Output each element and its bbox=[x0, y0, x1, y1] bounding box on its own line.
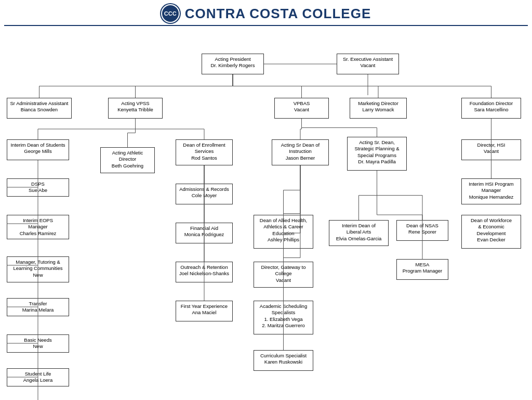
mesa-program: MESAProgram Manager bbox=[396, 259, 448, 280]
acting-sr-dean-strategic: Acting Sr. Dean,Strategic Planning &Spec… bbox=[347, 137, 407, 171]
dean-allied-health: Dean of Allied Health,Athletics & Career… bbox=[254, 215, 313, 249]
financial-aid: Financial AidMonica Rodriguez bbox=[176, 223, 233, 243]
acting-president: Acting PresidentDr. Kimberly Rogers bbox=[202, 54, 264, 74]
org-chart: Acting PresidentDr. Kimberly RogersSr. E… bbox=[4, 30, 528, 399]
director-gateway: Director, Gateway toCollegeVacant bbox=[254, 262, 313, 288]
interim-hsi-program: Interim HSI ProgramManagerMonique Hernan… bbox=[461, 178, 521, 204]
interim-eops: Interim EOPSManagerCharles Ramirez bbox=[7, 215, 69, 239]
outreach-retention: Outreach & RetentionJoel Nickelson-Shank… bbox=[176, 262, 233, 282]
interim-dean-students: Interim Dean of StudentsGeorge Mills bbox=[7, 139, 69, 160]
dean-workforce: Dean of Workforce& EconomicDevelopmentEv… bbox=[461, 215, 521, 249]
acting-sr-dean-instruction: Acting Sr Dean ofInstructionJason Berner bbox=[272, 139, 329, 165]
dean-enrollment: Dean of EnrollmentServicesRod Santos bbox=[176, 139, 233, 165]
logo: CCC bbox=[161, 4, 180, 23]
admissions-records: Admissions & RecordsCole Moyer bbox=[176, 184, 233, 204]
marketing-director: Marketing DirectorLarry Womack bbox=[350, 98, 407, 119]
acting-vpss: Acting VPSSKenyetta Tribble bbox=[108, 98, 163, 119]
logo-text: CCC bbox=[164, 10, 177, 17]
foundation-director: Foundation DirectorSara Marcellino bbox=[461, 98, 521, 119]
dean-nsas: Dean of NSASRene Sporer bbox=[396, 220, 448, 241]
student-life: Student LifeAngela Loera bbox=[7, 368, 69, 386]
college-name: Contra Costa College bbox=[185, 6, 371, 22]
manager-tutoring: Manager, Tutoring &Learning CommunitiesN… bbox=[7, 256, 69, 282]
transfer: TransferMarina Melara bbox=[7, 298, 69, 316]
dsps: DSPSSue Abe bbox=[7, 178, 69, 197]
interim-dean-liberal-arts: Interim Dean ofLiberal ArtsElvia Ornelas… bbox=[329, 220, 389, 246]
sr-admin-assistant: Sr Administrative AssistantBianca Snowde… bbox=[7, 98, 72, 119]
basic-needs: Basic NeedsNew bbox=[7, 334, 69, 353]
header: CCC Contra Costa College bbox=[4, 4, 528, 26]
acting-athletic-director: Acting AthleticDirectorBeth Goehring bbox=[100, 147, 155, 173]
sr-exec-assistant: Sr. Executive AssistantVacant bbox=[337, 54, 399, 74]
page: CCC Contra Costa College Acting Presiden… bbox=[0, 0, 532, 400]
vpbas: VPBASVacant bbox=[274, 98, 329, 119]
director-hsi: Director, HSIVacant bbox=[461, 139, 521, 160]
curriculum-specialist: Curriculum SpecialistKaren Ruskowski bbox=[254, 350, 313, 371]
academic-scheduling: Academic SchedulingSpecialists1. Elizabe… bbox=[254, 301, 313, 334]
first-year-experience: First Year ExperienceAna Maciel bbox=[176, 301, 233, 321]
